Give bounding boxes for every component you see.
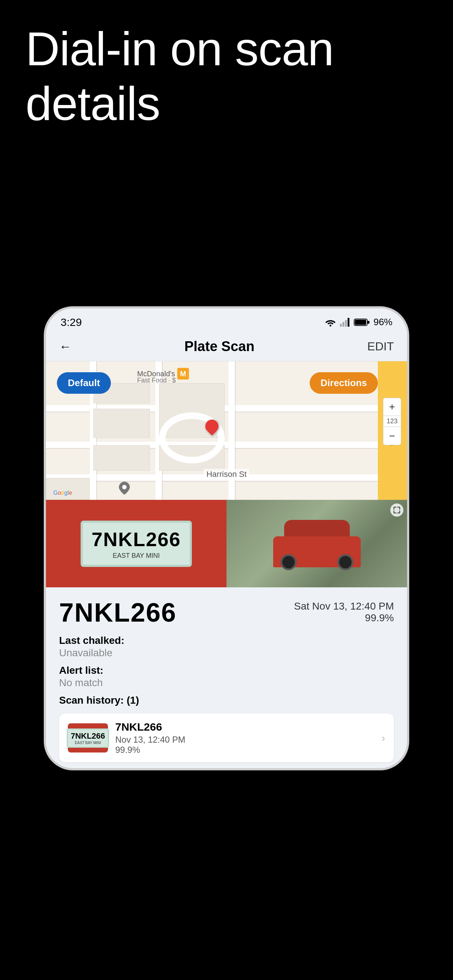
- status-time: 3:29: [61, 316, 82, 328]
- alert-list-label: Alert list:: [59, 665, 394, 676]
- plate-number-large: 7NKL266: [59, 598, 177, 627]
- confidence-value: 99.9%: [294, 612, 394, 624]
- history-plate-state: EAST BAY MINI: [71, 741, 105, 745]
- history-date: Nov 13, 12:40 PM: [115, 735, 374, 745]
- map-block6: [46, 478, 90, 500]
- scan-date: Sat Nov 13, 12:40 PM: [294, 600, 394, 612]
- map-pin: [205, 420, 219, 433]
- status-icons: 96%: [325, 317, 392, 328]
- history-thumb: 7NKL266 EAST BAY MINI: [68, 723, 108, 752]
- alert-list-value: No match: [59, 677, 394, 689]
- hero-section: Dial-in on scan details: [26, 22, 427, 131]
- back-button[interactable]: ←: [59, 339, 72, 354]
- default-button[interactable]: Default: [57, 372, 111, 394]
- history-confidence: 99.9%: [115, 745, 374, 755]
- mini-car-graphic: [273, 520, 361, 567]
- history-plate-display: 7NKL266 EAST BAY MINI: [67, 729, 109, 748]
- pin-circle: [203, 417, 222, 436]
- car-visual: [226, 500, 407, 587]
- phone-frame: 3:29 96% ← Pl: [44, 306, 409, 770]
- last-chalked-value: Unavailable: [59, 647, 394, 659]
- history-info: 7NKL266 Nov 13, 12:40 PM 99.9%: [115, 721, 374, 755]
- date-block: Sat Nov 13, 12:40 PM 99.9%: [294, 598, 394, 624]
- svg-rect-1: [340, 324, 342, 327]
- zoom-badge: 123: [383, 416, 401, 427]
- hero-title: Dial-in on scan details: [26, 22, 427, 131]
- svg-point-0: [329, 325, 331, 326]
- street-label: Harrison St: [204, 469, 249, 480]
- mcdonalds-icon: M: [177, 368, 189, 380]
- expand-button[interactable]: [390, 503, 404, 517]
- nav-bar: ← Plate Scan EDIT: [46, 332, 407, 361]
- car-wheel-left: [281, 554, 297, 570]
- signal-icon: [340, 318, 350, 327]
- wifi-icon: [325, 318, 336, 327]
- plate-number-on-plate: 7NKL266: [91, 528, 181, 550]
- page-title: Plate Scan: [184, 339, 254, 355]
- images-row: 7NKL266 EAST BAY MINI: [46, 500, 407, 587]
- zoom-in-button[interactable]: +: [383, 398, 401, 416]
- details-section: 7NKL266 Sat Nov 13, 12:40 PM 99.9% Last …: [46, 587, 407, 762]
- svg-rect-3: [345, 320, 347, 327]
- last-chalked-label: Last chalked:: [59, 635, 394, 646]
- edit-button[interactable]: EDIT: [367, 340, 394, 353]
- map-block1: [93, 409, 150, 438]
- battery-icon: [354, 318, 370, 326]
- history-plate-num: 7NKL266: [71, 731, 105, 741]
- map-section: McDonald's M Fast Food · $ Harrison St S…: [46, 361, 407, 500]
- alert-list-row: Alert list: No match: [59, 665, 394, 689]
- svg-point-8: [122, 485, 126, 489]
- car-photo[interactable]: [226, 500, 407, 587]
- plate-display-img: 7NKL266 EAST BAY MINI: [81, 520, 192, 567]
- zoom-controls: + 123 −: [383, 398, 401, 445]
- scan-history-label: Scan history: (1): [59, 695, 394, 706]
- plate-state-on-plate: EAST BAY MINI: [91, 552, 181, 560]
- plate-photo[interactable]: 7NKL266 EAST BAY MINI: [46, 500, 226, 587]
- map-block4: [93, 445, 150, 471]
- status-bar: 3:29 96%: [46, 309, 407, 332]
- car-wheel-right: [337, 554, 353, 570]
- last-chalked-row: Last chalked: Unavailable: [59, 635, 394, 659]
- zoom-out-button[interactable]: −: [383, 427, 401, 445]
- svg-rect-2: [343, 322, 344, 327]
- svg-rect-6: [355, 320, 366, 325]
- battery-percent: 96%: [373, 317, 392, 328]
- google-logo: Google: [53, 490, 72, 496]
- directions-button[interactable]: Directions: [309, 372, 378, 394]
- location-pin-small: [119, 482, 130, 496]
- history-plate-text: 7NKL266: [115, 721, 374, 733]
- chevron-right-icon: ›: [381, 732, 385, 744]
- plate-info-row: 7NKL266 Sat Nov 13, 12:40 PM 99.9%: [59, 598, 394, 627]
- food-label: Fast Food · $: [137, 377, 176, 384]
- history-item[interactable]: 7NKL266 EAST BAY MINI 7NKL266 Nov 13, 12…: [59, 713, 394, 762]
- svg-rect-4: [348, 318, 349, 327]
- history-list: 7NKL266 EAST BAY MINI 7NKL266 Nov 13, 12…: [59, 713, 394, 762]
- svg-rect-7: [368, 321, 370, 324]
